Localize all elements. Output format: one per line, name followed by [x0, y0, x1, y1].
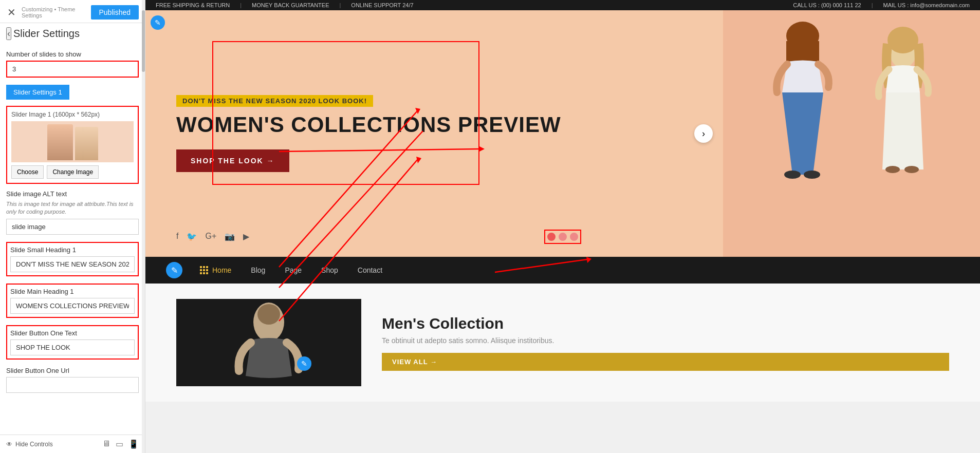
panel-top-bar: ✕ Customizing • Theme Settings Published	[0, 0, 145, 23]
scroll-indicator	[142, 0, 145, 453]
nav-item-contact[interactable]: Contact	[356, 266, 384, 274]
bottom-section: ✎ Men's Collection Te obtinuit ut adepto…	[145, 284, 980, 402]
twitter-icon[interactable]: 🐦	[187, 232, 197, 241]
mens-collection-desc: Te obtinuit ut adepto satis somno. Aliis…	[382, 336, 949, 345]
mens-collection-title: Men's Collection	[382, 315, 949, 332]
alt-text-group: Slide image ALT text This is image text …	[6, 190, 139, 235]
image-thumbnail	[11, 121, 134, 162]
small-heading-input[interactable]	[10, 256, 135, 272]
scroll-thumb	[142, 10, 145, 72]
slider-image-section: Slider Image 1 (1600px * 562px) Choose C…	[6, 106, 139, 184]
tablet-icon[interactable]: ▭	[116, 439, 123, 449]
panel-content: Number of slides to show Slider Settings…	[0, 44, 145, 435]
button-text-group: Slider Button One Text	[6, 325, 139, 360]
mens-collection-info: Men's Collection Te obtinuit ut adepto s…	[382, 299, 949, 386]
info-support: ONLINE SUPPORT 24/7	[351, 2, 413, 8]
top-bar-left: ✕ Customizing • Theme Settings	[6, 6, 91, 18]
eye-icon: 👁	[6, 441, 12, 448]
image-btn-row: Choose Change Image	[11, 165, 134, 179]
button-url-input[interactable]	[6, 377, 139, 393]
button-text-label: Slider Button One Text	[10, 329, 135, 337]
nav-item-home[interactable]: Home	[198, 266, 233, 274]
nav-item-blog[interactable]: Blog	[249, 266, 267, 274]
num-slides-input[interactable]	[6, 61, 139, 78]
mens-figure-svg	[176, 299, 361, 386]
mobile-icon[interactable]: 📱	[128, 439, 139, 449]
image-section-label: Slider Image 1 (1600px * 562px)	[11, 111, 134, 118]
website-preview: FREE SHIPPING & RETURN | MONEY BACK GUAR…	[145, 0, 980, 453]
nav-shop-label: Shop	[321, 266, 338, 274]
dot-1[interactable]	[547, 233, 556, 241]
info-bar-contact: CALL US : (00) 000 111 22 | MAIL US : in…	[793, 2, 970, 8]
nav-contact-label: Contact	[358, 266, 382, 274]
main-heading-input[interactable]	[10, 298, 135, 314]
dot-3[interactable]	[570, 233, 578, 241]
thumb-figure-1	[47, 124, 73, 160]
slider-next-button[interactable]: ›	[694, 124, 713, 143]
slider-tab-button[interactable]: Slider Settings 1	[6, 85, 69, 100]
info-money-back: MONEY BACK GUARTANTEE	[252, 2, 329, 8]
svg-point-6	[887, 27, 918, 53]
hide-controls-label: Hide Controls	[15, 441, 53, 448]
button-text-input[interactable]	[10, 339, 135, 355]
nav-blog-label: Blog	[251, 266, 265, 274]
main-heading-label: Slide Main Heading 1	[10, 288, 135, 295]
alt-text-desc: This is image text for image alt attribu…	[6, 200, 139, 216]
button-url-label: Slider Button One Url	[6, 367, 139, 374]
hero-content-outline	[212, 41, 479, 185]
panel-title: Slider Settings	[13, 28, 80, 40]
change-image-button[interactable]: Change Image	[47, 165, 99, 179]
nav-item-page[interactable]: Page	[283, 266, 304, 274]
button-url-group: Slider Button One Url	[6, 367, 139, 393]
thumb-figure-2	[75, 127, 98, 160]
nav-grid-icon	[200, 266, 208, 274]
svg-rect-2	[786, 41, 819, 62]
bottom-edit-icon[interactable]: ✎	[297, 356, 311, 371]
num-slides-group: Number of slides to show	[6, 50, 139, 78]
back-button[interactable]: ‹	[6, 27, 11, 40]
info-bar-items: FREE SHIPPING & RETURN | MONEY BACK GUAR…	[156, 2, 414, 8]
mens-image-box	[176, 299, 361, 386]
slider-dots-outline	[544, 230, 581, 244]
main-heading-group: Slide Main Heading 1	[6, 284, 139, 318]
customizer-panel: ✕ Customizing • Theme Settings Published…	[0, 0, 145, 453]
hero-edit-icon[interactable]: ✎	[151, 15, 165, 30]
slider-dots	[547, 233, 578, 241]
nav-home-label: Home	[212, 266, 231, 274]
device-icons-group: 🖥 ▭ 📱	[102, 439, 139, 449]
hero-section: ✎ DON'T MISS THE NEW SEASON 2020 LOOK BO…	[145, 10, 980, 257]
info-shipping: FREE SHIPPING & RETURN	[156, 2, 230, 8]
facebook-icon[interactable]: f	[176, 232, 178, 241]
nav-page-label: Page	[285, 266, 302, 274]
social-icons-row: f 🐦 G+ 📷 ▶	[176, 232, 249, 241]
alt-text-label: Slide image ALT text	[6, 190, 139, 198]
nav-item-shop[interactable]: Shop	[319, 266, 340, 274]
info-email: MAIL US : info@somedomain.com	[883, 2, 970, 8]
info-phone: CALL US : (00) 000 111 22	[793, 2, 861, 8]
desktop-icon[interactable]: 🖥	[102, 439, 110, 449]
thumb-content	[45, 121, 100, 162]
instagram-icon[interactable]: 📷	[225, 232, 235, 241]
panel-title-row: ‹ Slider Settings	[0, 23, 145, 44]
alt-text-input[interactable]	[6, 219, 139, 235]
num-slides-label: Number of slides to show	[6, 50, 139, 58]
panel-bottom-bar: 👁 Hide Controls 🖥 ▭ 📱	[0, 435, 145, 453]
dot-2[interactable]	[559, 233, 567, 241]
youtube-icon[interactable]: ▶	[243, 232, 249, 241]
nav-logo[interactable]: ✎	[166, 262, 182, 278]
main-navigation: ✎ Home Blog Page Shop Contact	[145, 257, 980, 284]
view-all-button[interactable]: VIEW ALL →	[382, 353, 949, 371]
choose-image-button[interactable]: Choose	[11, 165, 44, 179]
googleplus-icon[interactable]: G+	[205, 232, 216, 241]
small-heading-group: Slide Small Heading 1	[6, 242, 139, 276]
svg-point-11	[257, 304, 280, 325]
site-info-bar: FREE SHIPPING & RETURN | MONEY BACK GUAR…	[145, 0, 980, 10]
small-heading-label: Slide Small Heading 1	[10, 246, 135, 254]
hide-controls-button[interactable]: 👁 Hide Controls	[6, 441, 53, 448]
breadcrumb: Customizing • Theme Settings	[22, 6, 91, 18]
close-button[interactable]: ✕	[6, 6, 17, 18]
publish-button[interactable]: Published	[91, 5, 139, 20]
